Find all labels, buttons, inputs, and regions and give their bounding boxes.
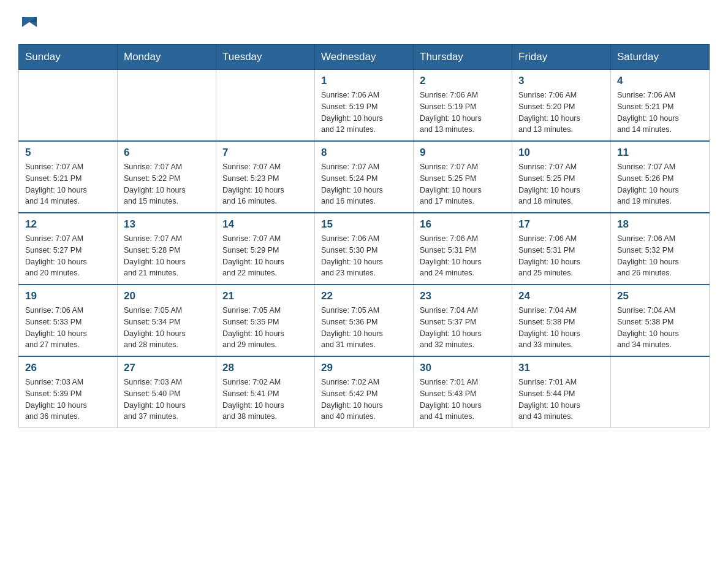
day-number: 14 [222,218,308,231]
calendar-week-row: 19Sunrise: 7:06 AMSunset: 5:33 PMDayligh… [19,285,710,356]
calendar-cell: 22Sunrise: 7:05 AMSunset: 5:36 PMDayligh… [315,285,414,356]
day-info: Sunrise: 7:07 AMSunset: 5:23 PMDaylight:… [222,161,308,207]
calendar-cell: 27Sunrise: 7:03 AMSunset: 5:40 PMDayligh… [118,356,216,428]
calendar-cell: 12Sunrise: 7:07 AMSunset: 5:27 PMDayligh… [19,213,118,285]
calendar-cell: 23Sunrise: 7:04 AMSunset: 5:37 PMDayligh… [414,285,512,356]
day-info: Sunrise: 7:04 AMSunset: 5:37 PMDaylight:… [420,305,506,351]
calendar-week-row: 1Sunrise: 7:06 AMSunset: 5:19 PMDaylight… [19,70,710,142]
calendar-cell: 9Sunrise: 7:07 AMSunset: 5:25 PMDaylight… [414,141,512,213]
calendar-cell: 31Sunrise: 7:01 AMSunset: 5:44 PMDayligh… [512,356,611,428]
day-info: Sunrise: 7:06 AMSunset: 5:31 PMDaylight:… [518,233,604,279]
day-number: 20 [124,290,210,302]
day-info: Sunrise: 7:07 AMSunset: 5:24 PMDaylight:… [321,161,407,207]
weekday-header-friday: Friday [512,45,611,70]
day-number: 7 [222,147,308,159]
day-number: 8 [321,147,407,159]
day-info: Sunrise: 7:03 AMSunset: 5:40 PMDaylight:… [124,377,210,423]
day-info: Sunrise: 7:05 AMSunset: 5:36 PMDaylight:… [321,305,407,351]
day-info: Sunrise: 7:01 AMSunset: 5:44 PMDaylight:… [518,377,604,423]
day-info: Sunrise: 7:07 AMSunset: 5:28 PMDaylight:… [124,233,210,279]
calendar-cell: 6Sunrise: 7:07 AMSunset: 5:22 PMDaylight… [118,141,216,213]
calendar-cell: 3Sunrise: 7:06 AMSunset: 5:20 PMDaylight… [512,70,611,142]
calendar-cell: 13Sunrise: 7:07 AMSunset: 5:28 PMDayligh… [118,213,216,285]
day-number: 4 [617,75,703,87]
day-number: 6 [124,147,210,159]
day-info: Sunrise: 7:02 AMSunset: 5:42 PMDaylight:… [321,377,407,423]
day-info: Sunrise: 7:07 AMSunset: 5:25 PMDaylight:… [518,161,604,207]
day-number: 2 [420,75,506,87]
weekday-header-row: SundayMondayTuesdayWednesdayThursdayFrid… [19,45,710,70]
day-info: Sunrise: 7:07 AMSunset: 5:25 PMDaylight:… [420,161,506,207]
weekday-header-wednesday: Wednesday [315,45,414,70]
day-number: 16 [420,218,506,231]
day-info: Sunrise: 7:07 AMSunset: 5:22 PMDaylight:… [124,161,210,207]
calendar-cell: 2Sunrise: 7:06 AMSunset: 5:19 PMDaylight… [414,70,512,142]
day-number: 31 [518,362,604,374]
logo-icon [20,12,39,32]
day-number: 3 [518,75,604,87]
calendar-cell: 29Sunrise: 7:02 AMSunset: 5:42 PMDayligh… [315,356,414,428]
day-number: 12 [25,218,111,231]
day-number: 22 [321,290,407,302]
day-info: Sunrise: 7:02 AMSunset: 5:41 PMDaylight:… [222,377,308,423]
calendar-cell: 17Sunrise: 7:06 AMSunset: 5:31 PMDayligh… [512,213,611,285]
weekday-header-tuesday: Tuesday [216,45,315,70]
day-number: 11 [617,147,703,159]
day-number: 19 [25,290,111,302]
calendar-cell: 1Sunrise: 7:06 AMSunset: 5:19 PMDaylight… [315,70,414,142]
day-info: Sunrise: 7:05 AMSunset: 5:35 PMDaylight:… [222,305,308,351]
calendar-week-row: 26Sunrise: 7:03 AMSunset: 5:39 PMDayligh… [19,356,710,428]
weekday-header-sunday: Sunday [19,45,118,70]
day-number: 9 [420,147,506,159]
day-info: Sunrise: 7:05 AMSunset: 5:34 PMDaylight:… [124,305,210,351]
day-info: Sunrise: 7:06 AMSunset: 5:19 PMDaylight:… [321,90,407,136]
weekday-header-monday: Monday [118,45,216,70]
day-info: Sunrise: 7:03 AMSunset: 5:39 PMDaylight:… [25,377,111,423]
calendar-cell: 19Sunrise: 7:06 AMSunset: 5:33 PMDayligh… [19,285,118,356]
page-header [18,12,710,32]
calendar-week-row: 5Sunrise: 7:07 AMSunset: 5:21 PMDaylight… [19,141,710,213]
day-number: 18 [617,218,703,231]
day-number: 25 [617,290,703,302]
day-info: Sunrise: 7:07 AMSunset: 5:27 PMDaylight:… [25,233,111,279]
calendar-cell [611,356,710,428]
calendar-cell: 11Sunrise: 7:07 AMSunset: 5:26 PMDayligh… [611,141,710,213]
calendar-week-row: 12Sunrise: 7:07 AMSunset: 5:27 PMDayligh… [19,213,710,285]
calendar-cell [118,70,216,142]
calendar-cell: 25Sunrise: 7:04 AMSunset: 5:38 PMDayligh… [611,285,710,356]
calendar-cell: 21Sunrise: 7:05 AMSunset: 5:35 PMDayligh… [216,285,315,356]
calendar-cell: 20Sunrise: 7:05 AMSunset: 5:34 PMDayligh… [118,285,216,356]
day-info: Sunrise: 7:07 AMSunset: 5:26 PMDaylight:… [617,161,703,207]
day-number: 10 [518,147,604,159]
calendar-cell: 15Sunrise: 7:06 AMSunset: 5:30 PMDayligh… [315,213,414,285]
calendar-cell: 10Sunrise: 7:07 AMSunset: 5:25 PMDayligh… [512,141,611,213]
day-info: Sunrise: 7:06 AMSunset: 5:21 PMDaylight:… [617,90,703,136]
weekday-header-saturday: Saturday [611,45,710,70]
day-number: 21 [222,290,308,302]
day-number: 28 [222,362,308,374]
calendar-cell: 7Sunrise: 7:07 AMSunset: 5:23 PMDaylight… [216,141,315,213]
day-info: Sunrise: 7:01 AMSunset: 5:43 PMDaylight:… [420,377,506,423]
day-info: Sunrise: 7:06 AMSunset: 5:30 PMDaylight:… [321,233,407,279]
day-number: 29 [321,362,407,374]
day-number: 30 [420,362,506,374]
calendar-cell: 5Sunrise: 7:07 AMSunset: 5:21 PMDaylight… [19,141,118,213]
calendar-cell [216,70,315,142]
day-info: Sunrise: 7:06 AMSunset: 5:32 PMDaylight:… [617,233,703,279]
calendar-cell: 26Sunrise: 7:03 AMSunset: 5:39 PMDayligh… [19,356,118,428]
day-number: 5 [25,147,111,159]
day-number: 26 [25,362,111,374]
calendar-cell: 24Sunrise: 7:04 AMSunset: 5:38 PMDayligh… [512,285,611,356]
day-number: 1 [321,75,407,87]
calendar-cell: 4Sunrise: 7:06 AMSunset: 5:21 PMDaylight… [611,70,710,142]
day-info: Sunrise: 7:06 AMSunset: 5:20 PMDaylight:… [518,90,604,136]
day-info: Sunrise: 7:04 AMSunset: 5:38 PMDaylight:… [617,305,703,351]
day-info: Sunrise: 7:07 AMSunset: 5:29 PMDaylight:… [222,233,308,279]
calendar-cell: 30Sunrise: 7:01 AMSunset: 5:43 PMDayligh… [414,356,512,428]
day-info: Sunrise: 7:06 AMSunset: 5:19 PMDaylight:… [420,90,506,136]
day-info: Sunrise: 7:04 AMSunset: 5:38 PMDaylight:… [518,305,604,351]
day-number: 24 [518,290,604,302]
calendar-cell: 8Sunrise: 7:07 AMSunset: 5:24 PMDaylight… [315,141,414,213]
day-number: 15 [321,218,407,231]
day-number: 13 [124,218,210,231]
